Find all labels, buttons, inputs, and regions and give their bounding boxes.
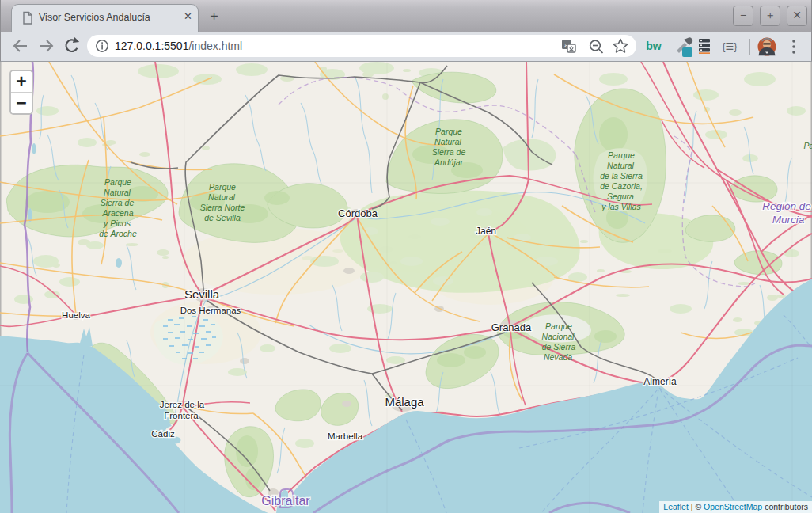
svg-text:Natural: Natural [434, 137, 462, 146]
svg-text:bw: bw [646, 40, 662, 52]
svg-text:Segura: Segura [607, 192, 634, 201]
svg-text:de Sevilla: de Sevilla [204, 213, 241, 222]
svg-text:Huelva: Huelva [62, 310, 90, 320]
svg-text:Marbella: Marbella [328, 431, 363, 441]
svg-text:de la Sierra: de la Sierra [600, 171, 643, 180]
svg-text:Cádiz: Cádiz [151, 429, 175, 439]
svg-text:Andújar: Andújar [434, 158, 464, 167]
svg-text:Gibraltar: Gibraltar [261, 494, 310, 507]
svg-text:{☰}: {☰} [723, 41, 738, 52]
svg-text:de Sierra: de Sierra [542, 342, 576, 352]
svg-text:Parque: Parque [209, 182, 236, 192]
svg-text:Nevada: Nevada [544, 352, 572, 362]
svg-text:y las Villas: y las Villas [601, 202, 641, 211]
svg-text:Almería: Almería [643, 376, 677, 387]
svg-text:Natural: Natural [104, 188, 131, 197]
svg-text:Frontera: Frontera [164, 411, 199, 420]
svg-text:Parque: Parque [545, 321, 572, 331]
svg-text:Málaga: Málaga [385, 395, 424, 408]
svg-text:Córdoba: Córdoba [338, 207, 378, 219]
svg-text:Jerez de la: Jerez de la [160, 400, 205, 409]
svg-text:Granada: Granada [491, 321, 532, 333]
svg-text:Sierra de: Sierra de [432, 147, 466, 157]
svg-text:Pa: Pa [804, 141, 812, 150]
svg-text:de Cazorla,: de Cazorla, [600, 181, 643, 191]
svg-text:de Aroche: de Aroche [99, 229, 137, 238]
svg-text:y Picos: y Picos [103, 218, 131, 228]
svg-text:Sevilla: Sevilla [184, 287, 220, 301]
svg-text:Parque: Parque [435, 127, 462, 136]
svg-text:Sierra de: Sierra de [101, 198, 135, 207]
svg-text:Natural: Natural [607, 161, 635, 170]
svg-text:Sierra Norte: Sierra Norte [200, 203, 245, 212]
svg-text:Aracena: Aracena [101, 208, 133, 218]
svg-text:Jaén: Jaén [476, 226, 496, 237]
svg-text:Nacional: Nacional [542, 332, 575, 341]
svg-text:Natural: Natural [208, 192, 236, 202]
svg-text:Región de: Región de [762, 200, 811, 212]
svg-text:Murcia: Murcia [772, 214, 805, 226]
svg-text:Parque: Parque [608, 150, 635, 160]
svg-text:Dos Hermanas: Dos Hermanas [180, 306, 241, 315]
svg-text:Parque: Parque [104, 177, 131, 187]
